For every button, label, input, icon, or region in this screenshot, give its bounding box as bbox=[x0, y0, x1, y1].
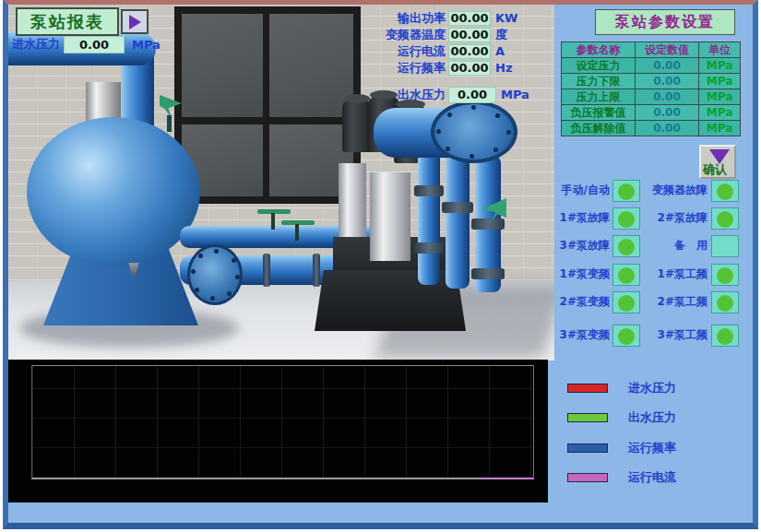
header-set-value: 设定数值 bbox=[636, 42, 699, 57]
lamp-icon bbox=[618, 267, 635, 284]
readout-row: 运行电流 00.00 A bbox=[327, 43, 505, 59]
outlet-pressure-label: 出水压力 bbox=[327, 87, 446, 103]
lamp-icon bbox=[618, 295, 635, 312]
status-lamp-box bbox=[711, 207, 739, 230]
table-header-row: 参数名称 设定数值 单位 bbox=[562, 42, 740, 58]
readout-unit: A bbox=[495, 44, 505, 58]
status-row: 3#泵故障 备 用 bbox=[554, 235, 758, 257]
status-row: 1#泵变频 1#泵工频 bbox=[554, 264, 758, 286]
status-lamp-box bbox=[612, 235, 640, 257]
manifold-end-flange bbox=[431, 100, 517, 163]
report-button[interactable]: 泵站报表 bbox=[16, 7, 119, 36]
readout-value: 00.00 bbox=[448, 44, 491, 59]
readout-row: 运行频率 00.00 Hz bbox=[327, 60, 512, 76]
confirm-label: 确认 bbox=[703, 161, 727, 178]
confirm-button[interactable]: 确认 bbox=[699, 145, 736, 179]
status-label: 3#泵变频 bbox=[554, 327, 610, 343]
status-label: 备 用 bbox=[639, 238, 707, 254]
lamp-icon bbox=[717, 328, 733, 345]
status-lamp-box bbox=[711, 291, 739, 313]
param-value[interactable]: 0.00 bbox=[636, 74, 699, 89]
table-row: 压力上限 0.00 MPa bbox=[562, 89, 740, 105]
param-value[interactable]: 0.00 bbox=[636, 89, 699, 104]
lamp-icon bbox=[618, 328, 635, 345]
status-lamp-box bbox=[612, 180, 640, 202]
readout-row: 变频器温度 00.00 度 bbox=[327, 27, 507, 42]
riser-flange bbox=[442, 202, 473, 213]
legend-label: 出水压力 bbox=[628, 409, 676, 426]
status-lamp-box bbox=[612, 207, 640, 230]
riser-pipe bbox=[446, 148, 470, 289]
inlet-pressure-label: 进水压力 bbox=[12, 36, 60, 53]
outlet-pressure-unit: MPa bbox=[501, 88, 529, 101]
readout-value: 00.00 bbox=[448, 28, 491, 42]
lamp-icon bbox=[618, 239, 635, 255]
pump-body bbox=[339, 163, 366, 237]
trend-chart bbox=[8, 360, 548, 502]
legend-item: 进水压力 bbox=[567, 383, 676, 394]
param-unit: MPa bbox=[699, 105, 740, 120]
pump-body bbox=[370, 172, 410, 261]
legend-label: 运行频率 bbox=[628, 440, 676, 456]
report-play-button[interactable] bbox=[121, 9, 149, 34]
readout-value: 00.00 bbox=[448, 11, 491, 26]
play-icon bbox=[129, 15, 141, 30]
param-name: 负压解除值 bbox=[562, 121, 636, 136]
readout-unit: KW bbox=[495, 11, 517, 25]
status-label: 3#泵工频 bbox=[639, 327, 707, 343]
status-lamp-box bbox=[711, 264, 739, 286]
screen-frame: 泵站报表 进水压力 0.00 MPa 输出功率 00.00 KW 变频器温度 0… bbox=[3, 0, 758, 529]
param-value[interactable]: 0.00 bbox=[636, 105, 699, 120]
lamp-icon bbox=[618, 211, 635, 228]
param-unit: MPa bbox=[699, 89, 740, 104]
legend-swatch bbox=[567, 384, 608, 393]
param-unit: MPa bbox=[699, 121, 740, 136]
table-row: 设定压力 0.00 MPa bbox=[562, 58, 740, 74]
table-row: 负压报警值 0.00 MPa bbox=[562, 105, 740, 121]
outlet-pressure-readout: 出水压力 0.00 MPa bbox=[327, 87, 529, 102]
readout-value: 00.00 bbox=[448, 61, 491, 76]
lamp-icon bbox=[618, 183, 635, 200]
status-label: 2#泵变频 bbox=[554, 294, 610, 310]
status-label: 2#泵工频 bbox=[639, 294, 707, 310]
pump-station-3d-view: 泵站报表 进水压力 0.00 MPa 输出功率 00.00 KW 变频器温度 0… bbox=[8, 5, 554, 361]
status-label: 变频器故障 bbox=[639, 183, 707, 198]
parameter-panel: 泵站参数设置 参数名称 设定数值 单位 设定压力 0.00 MPa 压力下限 0… bbox=[554, 5, 758, 523]
legend-swatch bbox=[567, 473, 608, 482]
status-label: 3#泵故障 bbox=[554, 238, 610, 254]
pump-base bbox=[315, 270, 466, 331]
status-label: 1#泵故障 bbox=[554, 210, 610, 226]
riser-flange bbox=[414, 185, 444, 196]
pipe-flange bbox=[313, 254, 320, 287]
status-row: 3#泵变频 3#泵工频 bbox=[554, 325, 758, 347]
parameter-table: 参数名称 设定数值 单位 设定压力 0.00 MPa 压力下限 0.00 MPa… bbox=[561, 41, 741, 136]
hmi-screen: 泵站报表 进水压力 0.00 MPa 输出功率 00.00 KW 变频器温度 0… bbox=[0, 0, 761, 532]
status-label: 2#泵故障 bbox=[639, 210, 707, 226]
status-row: 2#泵变频 2#泵工频 bbox=[554, 291, 758, 313]
lamp-icon bbox=[717, 211, 733, 228]
trend-chart-plot-area bbox=[31, 365, 534, 479]
outlet-pressure-value: 0.00 bbox=[448, 87, 496, 103]
param-unit: MPa bbox=[699, 74, 740, 89]
param-value[interactable]: 0.00 bbox=[636, 58, 699, 73]
inlet-pressure-readout: 进水压力 0.00 MPa bbox=[12, 35, 161, 53]
param-value[interactable]: 0.00 bbox=[636, 121, 699, 136]
inlet-pressure-value: 0.00 bbox=[64, 36, 125, 53]
status-lamp-box bbox=[612, 325, 640, 347]
pipe-flange bbox=[263, 254, 270, 287]
readout-label: 输出功率 bbox=[327, 10, 446, 27]
wall-valve-icon bbox=[481, 198, 508, 239]
status-label: 1#泵变频 bbox=[554, 266, 610, 282]
legend-label: 运行电流 bbox=[628, 469, 676, 486]
table-row: 压力下限 0.00 MPa bbox=[562, 74, 740, 89]
header-unit: 单位 bbox=[699, 42, 740, 57]
table-row: 负压解除值 0.00 MPa bbox=[562, 121, 740, 136]
riser-pipe bbox=[418, 141, 440, 285]
status-row: 手动/自动 变频器故障 bbox=[554, 180, 758, 202]
legend-item: 运行电流 bbox=[567, 472, 676, 483]
param-name: 负压报警值 bbox=[562, 105, 636, 120]
window-pane bbox=[182, 14, 263, 117]
legend-item: 运行频率 bbox=[567, 443, 676, 454]
legend-item: 出水压力 bbox=[567, 412, 676, 423]
param-name: 压力上限 bbox=[562, 89, 636, 104]
